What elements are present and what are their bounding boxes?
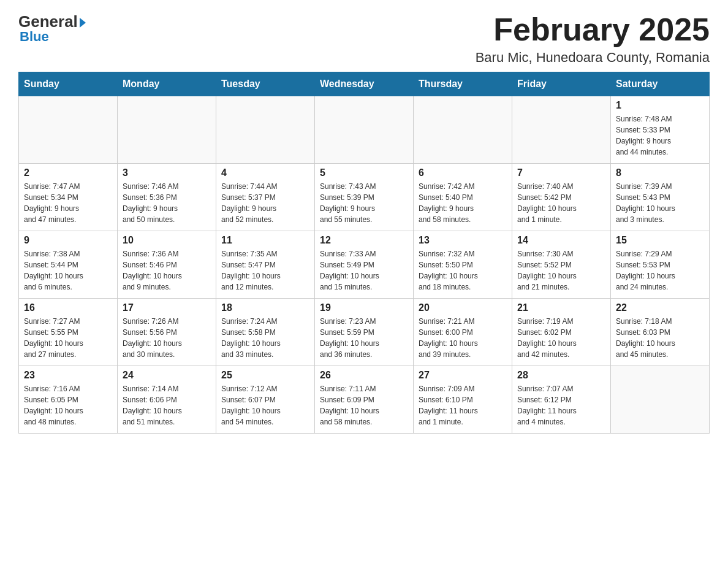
day-info: Sunrise: 7:47 AMSunset: 5:34 PMDaylight:…	[24, 181, 112, 225]
calendar-cell	[611, 366, 710, 434]
calendar-cell: 13Sunrise: 7:32 AMSunset: 5:50 PMDayligh…	[414, 231, 512, 299]
day-number: 20	[419, 302, 507, 313]
calendar-cell: 5Sunrise: 7:43 AMSunset: 5:39 PMDaylight…	[315, 164, 414, 231]
day-number: 2	[24, 167, 112, 178]
calendar-cell: 15Sunrise: 7:29 AMSunset: 5:53 PMDayligh…	[611, 231, 710, 299]
calendar-cell: 20Sunrise: 7:21 AMSunset: 6:00 PMDayligh…	[414, 299, 512, 366]
day-number: 8	[616, 167, 704, 178]
page-header: General Blue February 2025 Baru Mic, Hun…	[18, 12, 710, 66]
week-row-5: 23Sunrise: 7:16 AMSunset: 6:05 PMDayligh…	[19, 366, 710, 434]
calendar-cell: 9Sunrise: 7:38 AMSunset: 5:44 PMDaylight…	[19, 231, 118, 299]
calendar-cell: 4Sunrise: 7:44 AMSunset: 5:37 PMDaylight…	[216, 164, 315, 231]
day-header-saturday: Saturday	[611, 72, 710, 96]
day-info: Sunrise: 7:09 AMSunset: 6:10 PMDaylight:…	[419, 383, 507, 427]
day-number: 18	[221, 302, 309, 313]
day-number: 7	[517, 167, 605, 178]
calendar-table: SundayMondayTuesdayWednesdayThursdayFrid…	[18, 72, 710, 434]
day-info: Sunrise: 7:16 AMSunset: 6:05 PMDaylight:…	[24, 383, 112, 427]
day-info: Sunrise: 7:26 AMSunset: 5:56 PMDaylight:…	[123, 316, 211, 360]
calendar-cell: 27Sunrise: 7:09 AMSunset: 6:10 PMDayligh…	[414, 366, 512, 434]
day-number: 24	[123, 370, 211, 381]
calendar-cell: 26Sunrise: 7:11 AMSunset: 6:09 PMDayligh…	[315, 366, 414, 434]
day-info: Sunrise: 7:36 AMSunset: 5:46 PMDaylight:…	[123, 248, 211, 293]
day-number: 28	[517, 370, 605, 381]
day-info: Sunrise: 7:07 AMSunset: 6:12 PMDaylight:…	[517, 383, 605, 427]
day-info: Sunrise: 7:11 AMSunset: 6:09 PMDaylight:…	[320, 383, 408, 427]
day-info: Sunrise: 7:38 AMSunset: 5:44 PMDaylight:…	[24, 248, 112, 293]
calendar-cell: 19Sunrise: 7:23 AMSunset: 5:59 PMDayligh…	[315, 299, 414, 366]
day-number: 19	[320, 302, 408, 313]
day-number: 6	[419, 167, 507, 178]
day-header-sunday: Sunday	[19, 72, 118, 96]
day-info: Sunrise: 7:18 AMSunset: 6:03 PMDaylight:…	[616, 316, 704, 360]
calendar-cell	[216, 96, 315, 164]
day-number: 3	[123, 167, 211, 178]
calendar-cell: 28Sunrise: 7:07 AMSunset: 6:12 PMDayligh…	[512, 366, 611, 434]
calendar-cell: 10Sunrise: 7:36 AMSunset: 5:46 PMDayligh…	[118, 231, 216, 299]
calendar-cell	[118, 96, 216, 164]
calendar-cell: 2Sunrise: 7:47 AMSunset: 5:34 PMDaylight…	[19, 164, 118, 231]
title-block: February 2025 Baru Mic, Hunedoara County…	[476, 12, 710, 66]
day-info: Sunrise: 7:42 AMSunset: 5:40 PMDaylight:…	[419, 181, 507, 225]
day-info: Sunrise: 7:29 AMSunset: 5:53 PMDaylight:…	[616, 248, 704, 293]
day-number: 11	[221, 235, 309, 246]
day-number: 17	[123, 302, 211, 313]
calendar-cell: 12Sunrise: 7:33 AMSunset: 5:49 PMDayligh…	[315, 231, 414, 299]
day-info: Sunrise: 7:27 AMSunset: 5:55 PMDaylight:…	[24, 316, 112, 360]
day-header-monday: Monday	[118, 72, 216, 96]
calendar-cell	[512, 96, 611, 164]
day-info: Sunrise: 7:39 AMSunset: 5:43 PMDaylight:…	[616, 181, 704, 225]
day-number: 5	[320, 167, 408, 178]
day-number: 1	[616, 100, 704, 111]
day-info: Sunrise: 7:30 AMSunset: 5:52 PMDaylight:…	[517, 248, 605, 293]
days-of-week-row: SundayMondayTuesdayWednesdayThursdayFrid…	[19, 72, 710, 96]
week-row-2: 2Sunrise: 7:47 AMSunset: 5:34 PMDaylight…	[19, 164, 710, 231]
day-number: 26	[320, 370, 408, 381]
day-number: 13	[419, 235, 507, 246]
day-number: 23	[24, 370, 112, 381]
day-header-wednesday: Wednesday	[315, 72, 414, 96]
day-info: Sunrise: 7:35 AMSunset: 5:47 PMDaylight:…	[221, 248, 309, 293]
calendar-cell: 14Sunrise: 7:30 AMSunset: 5:52 PMDayligh…	[512, 231, 611, 299]
calendar-cell: 18Sunrise: 7:24 AMSunset: 5:58 PMDayligh…	[216, 299, 315, 366]
calendar-cell: 17Sunrise: 7:26 AMSunset: 5:56 PMDayligh…	[118, 299, 216, 366]
day-info: Sunrise: 7:24 AMSunset: 5:58 PMDaylight:…	[221, 316, 309, 360]
calendar-subtitle: Baru Mic, Hunedoara County, Romania	[476, 50, 710, 66]
day-info: Sunrise: 7:43 AMSunset: 5:39 PMDaylight:…	[320, 181, 408, 225]
calendar-cell: 6Sunrise: 7:42 AMSunset: 5:40 PMDaylight…	[414, 164, 512, 231]
day-header-thursday: Thursday	[414, 72, 512, 96]
week-row-3: 9Sunrise: 7:38 AMSunset: 5:44 PMDaylight…	[19, 231, 710, 299]
calendar-cell: 11Sunrise: 7:35 AMSunset: 5:47 PMDayligh…	[216, 231, 315, 299]
calendar-title: February 2025	[476, 12, 710, 47]
calendar-cell: 21Sunrise: 7:19 AMSunset: 6:02 PMDayligh…	[512, 299, 611, 366]
day-info: Sunrise: 7:23 AMSunset: 5:59 PMDaylight:…	[320, 316, 408, 360]
day-info: Sunrise: 7:48 AMSunset: 5:33 PMDaylight:…	[616, 113, 704, 158]
day-info: Sunrise: 7:40 AMSunset: 5:42 PMDaylight:…	[517, 181, 605, 225]
calendar-cell	[315, 96, 414, 164]
calendar-cell: 24Sunrise: 7:14 AMSunset: 6:06 PMDayligh…	[118, 366, 216, 434]
calendar-cell: 8Sunrise: 7:39 AMSunset: 5:43 PMDaylight…	[611, 164, 710, 231]
day-number: 14	[517, 235, 605, 246]
day-number: 10	[123, 235, 211, 246]
calendar-cell	[414, 96, 512, 164]
day-info: Sunrise: 7:46 AMSunset: 5:36 PMDaylight:…	[123, 181, 211, 225]
day-number: 4	[221, 167, 309, 178]
day-info: Sunrise: 7:21 AMSunset: 6:00 PMDaylight:…	[419, 316, 507, 360]
logo-blue: Blue	[20, 29, 49, 45]
day-number: 9	[24, 235, 112, 246]
day-number: 12	[320, 235, 408, 246]
day-number: 27	[419, 370, 507, 381]
calendar-cell: 25Sunrise: 7:12 AMSunset: 6:07 PMDayligh…	[216, 366, 315, 434]
day-info: Sunrise: 7:32 AMSunset: 5:50 PMDaylight:…	[419, 248, 507, 293]
week-row-1: 1Sunrise: 7:48 AMSunset: 5:33 PMDaylight…	[19, 96, 710, 164]
calendar-cell: 7Sunrise: 7:40 AMSunset: 5:42 PMDaylight…	[512, 164, 611, 231]
logo: General Blue	[18, 12, 86, 45]
calendar-cell: 16Sunrise: 7:27 AMSunset: 5:55 PMDayligh…	[19, 299, 118, 366]
logo-arrow-icon	[80, 18, 86, 28]
calendar-cell: 22Sunrise: 7:18 AMSunset: 6:03 PMDayligh…	[611, 299, 710, 366]
day-number: 16	[24, 302, 112, 313]
day-number: 22	[616, 302, 704, 313]
day-number: 25	[221, 370, 309, 381]
day-info: Sunrise: 7:33 AMSunset: 5:49 PMDaylight:…	[320, 248, 408, 293]
day-info: Sunrise: 7:19 AMSunset: 6:02 PMDaylight:…	[517, 316, 605, 360]
